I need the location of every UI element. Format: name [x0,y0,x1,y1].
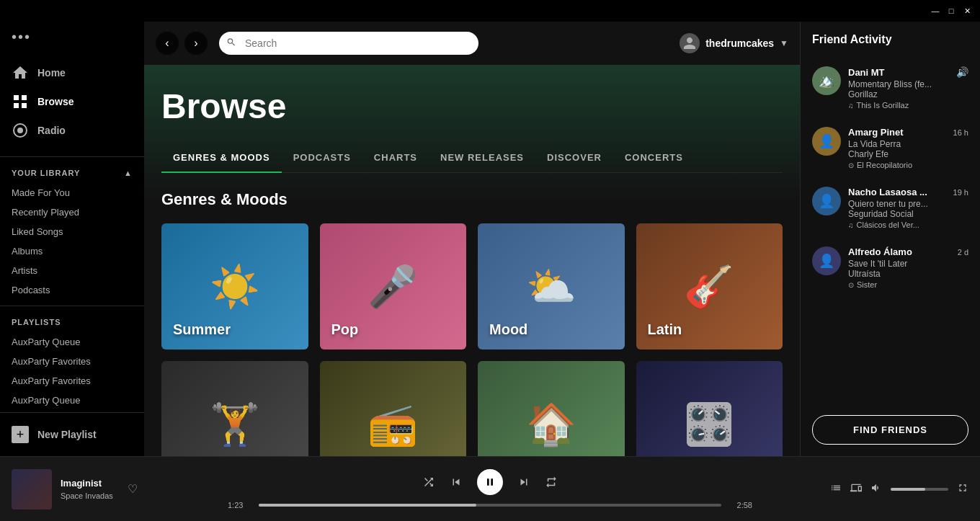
friend-song-amarg: La Vida Perra [848,139,968,149]
menu-dots[interactable]: ••• [0,22,144,53]
at-home-icon: 🏠 [526,401,576,448]
sidebar-bottom: + New Playlist [0,412,144,456]
username-label: thedrumcakes [705,37,774,49]
titlebar: — □ ✕ [0,0,980,22]
tab-discover[interactable]: DISCOVER [535,143,613,173]
find-friends-button[interactable]: FIND FRIENDS [812,415,968,445]
volume-button[interactable] [870,482,882,496]
friend-time-amarg: 16 h [953,128,968,137]
player-heart-button[interactable]: ♡ [128,482,138,496]
sidebar-playlist-auxparty-fav-2[interactable]: AuxParty Favorites [0,371,144,391]
topbar-right: thedrumcakes ▼ [680,33,788,53]
genres-grid: ☀️ Summer 🎤 Pop ⛅ Mood 🎸 [161,223,783,487]
sidebar: ••• Home Browse Radio [0,22,144,456]
player-center: 1:23 2:58 [228,469,752,509]
sidebar-item-albums[interactable]: Albums [0,241,144,261]
search-icon [226,37,236,50]
player-track-info: Imaginist Space Invadas [61,478,113,500]
friend-playlist-alfredo: ⊙ Sister [848,280,968,289]
svg-rect-2 [14,103,19,108]
sidebar-item-liked-songs[interactable]: Liked Songs [0,222,144,241]
minimize-button[interactable]: — [928,4,943,18]
library-chevron-icon[interactable]: ▲ [124,169,133,177]
friend-item-amarg-pinet[interactable]: 👤 Amarg Pinet 16 h La Vida Perra Charly … [801,118,980,178]
playlist-icon-alfredo: ⊙ [848,281,854,289]
tab-podcasts[interactable]: PODCASTS [282,143,362,173]
next-button[interactable] [517,476,530,489]
friend-avatar-nacho: 👤 [812,187,841,215]
player-left: Imaginist Space Invadas ♡ [12,469,228,509]
tab-new-releases[interactable]: NEW RELEASES [429,143,535,173]
friend-item-nacho[interactable]: 👤 Nacho Lasaosa ... 19 h Quiero tener tu… [801,178,980,238]
repeat-button[interactable] [545,476,558,489]
play-pause-button[interactable] [477,469,503,495]
radio-icon [12,122,29,139]
sidebar-playlist-auxparty-queue-2[interactable]: AuxParty Queue [0,391,144,410]
queue-button[interactable] [830,482,842,496]
browse-header: Browse [144,65,800,126]
sidebar-item-made-for-you[interactable]: Made For You [0,183,144,202]
sidebar-divider-1 [0,156,144,157]
fullscreen-button[interactable] [957,482,968,496]
sidebar-item-artists[interactable]: Artists [0,261,144,280]
friend-time-alfredo: 2 d [958,248,968,257]
app: ••• Home Browse Radio [0,0,980,521]
indie-icon: 🎛️ [684,401,734,448]
genre-label-latin: Latin [648,321,682,338]
sidebar-playlist-auxparty-queue-1[interactable]: AuxParty Queue [0,332,144,352]
tab-concerts[interactable]: CONCERTS [613,143,695,173]
shuffle-button[interactable] [422,476,435,489]
previous-button[interactable] [450,476,463,489]
friend-artist-amarg: Charly Efe [848,149,968,159]
genre-card-summer[interactable]: ☀️ Summer [161,223,308,349]
latin-icon: 🎸 [684,263,734,311]
tab-charts[interactable]: CHARTS [362,143,429,173]
search-input[interactable] [219,32,478,55]
sidebar-nav: Home Browse Radio [0,53,144,151]
search-bar [219,32,478,55]
friend-song-nacho: Quiero tener tu pre... [848,199,968,209]
tab-genres-moods[interactable]: GENRES & MOODS [161,143,282,173]
playlist-icon-amarg: ⊙ [848,161,854,169]
user-profile[interactable]: thedrumcakes ▼ [680,33,788,53]
playlist-icon-dani: ♫ [848,102,854,110]
friend-name-row-dani-mt: Dani MT 🔊 [848,66,968,78]
now-playing-icon-dani: 🔊 [956,66,968,78]
genre-card-latin[interactable]: 🎸 Latin [636,223,783,349]
sidebar-playlist-auxparty-fav-1[interactable]: AuxParty Favorites [0,352,144,371]
genre-card-mood[interactable]: ⛅ Mood [478,223,625,349]
sidebar-item-browse[interactable]: Browse [0,87,144,116]
back-button[interactable]: ‹ [156,32,179,55]
friend-item-alfredo[interactable]: 👤 Alfredo Álamo 2 d Save It 'til Later U… [801,238,980,298]
new-playlist-button[interactable]: + New Playlist [12,422,133,447]
forward-button[interactable]: › [184,32,208,55]
genre-card-pop[interactable]: 🎤 Pop [320,223,467,349]
friend-playlist-amarg: ⊙ El Recopilatorio [848,161,968,169]
close-button[interactable]: ✕ [960,4,974,18]
player-thumbnail [12,469,52,509]
playlist-icon-nacho: ♫ [848,221,854,229]
player-track-artist: Space Invadas [61,491,113,500]
player-progress: 1:23 2:58 [228,501,752,509]
sidebar-divider-2 [0,306,144,306]
library-section-header: YOUR LIBRARY ▲ [0,163,144,183]
svg-rect-0 [14,95,19,100]
maximize-button[interactable]: □ [944,4,958,18]
sidebar-item-recently-played[interactable]: Recently Played [0,202,144,222]
decades-icon: 📻 [368,401,418,448]
friend-avatar-alfredo: 👤 [812,246,841,275]
progress-bar[interactable] [259,504,721,507]
player: Imaginist Space Invadas ♡ 1:23 [0,456,980,521]
friend-item-dani-mt[interactable]: 🏔️ Dani MT 🔊 Momentary Bliss (fe... Gori… [801,58,980,118]
volume-bar[interactable] [891,488,948,491]
friend-playlist-dani-mt: ♫ This Is Gorillaz [848,101,968,110]
library-section-label: YOUR LIBRARY [12,169,80,177]
friend-name-row-amarg: Amarg Pinet 16 h [848,127,968,138]
friend-name-alfredo: Alfredo Álamo [848,246,912,257]
sidebar-item-radio[interactable]: Radio [0,116,144,145]
plus-icon: + [12,426,29,443]
sidebar-item-podcasts[interactable]: Podcasts [0,280,144,300]
sidebar-item-home[interactable]: Home [0,58,144,87]
browse-title: Browse [161,86,783,126]
devices-button[interactable] [850,482,862,496]
